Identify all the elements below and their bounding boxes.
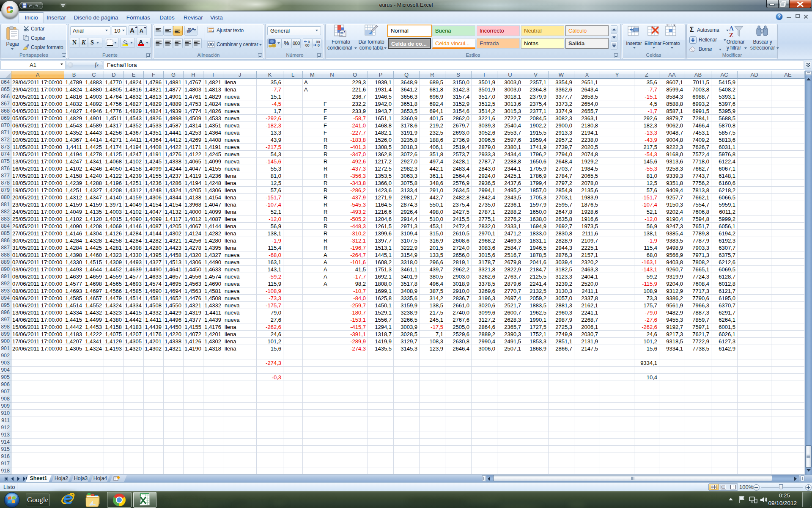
svg-text:Z: Z [729,32,733,38]
svg-text:00: 00 [305,43,310,47]
svg-text:0: 0 [318,43,320,47]
svg-text:A: A [729,25,734,32]
